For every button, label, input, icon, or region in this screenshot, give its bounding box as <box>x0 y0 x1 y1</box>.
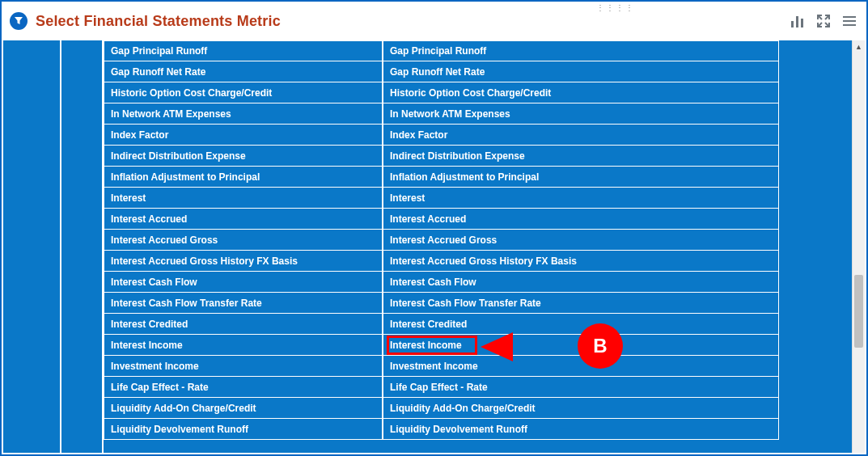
table-row[interactable]: Interest Accrued <box>383 209 779 230</box>
metric-cell: Gap Principal Runoff <box>111 45 207 57</box>
leaf-cell: Interest Accrued <box>390 213 466 225</box>
table-row[interactable]: Interest Accrued Gross <box>383 230 779 251</box>
leaf-cell: Index Factor <box>390 129 447 141</box>
table-row[interactable]: In Network ATM Expenses <box>104 103 383 125</box>
table-row[interactable]: Interest Accrued Gross <box>104 230 383 251</box>
leaf-cell: Liquidity Devolvement Runoff <box>390 424 527 435</box>
svg-rect-1 <box>796 16 798 27</box>
svg-rect-0 <box>791 21 794 27</box>
table-row[interactable]: Inflation Adjustment to Principal <box>104 167 383 188</box>
page-title: Select Financial Statements Metric <box>36 13 281 30</box>
metric-table: Gap Principal Runoff Gap Runoff Net Rate… <box>104 40 850 453</box>
table-row[interactable]: Life Cap Effect - Rate <box>104 377 383 398</box>
leaf-cell: In Network ATM Expenses <box>390 108 510 120</box>
metric-cell: Gap Runoff Net Rate <box>111 66 205 78</box>
svg-rect-2 <box>801 19 803 27</box>
leaf-cell: Investment Income <box>390 361 478 372</box>
leaf-cell: Inflation Adjustment to Principal <box>390 171 539 183</box>
metric-cell: Interest Accrued Gross <box>111 234 218 246</box>
table-row[interactable]: Interest Cash Flow <box>383 272 779 293</box>
table-row[interactable]: Index Factor <box>383 125 779 146</box>
leaf-cell: Interest Cash Flow Transfer Rate <box>390 298 541 309</box>
svg-rect-4 <box>843 20 856 22</box>
leaf-cell: Interest Income <box>390 340 462 351</box>
tree-gutter-2 <box>61 40 102 453</box>
chart-icon[interactable] <box>789 12 807 30</box>
table-row[interactable]: Gap Runoff Net Rate <box>104 61 383 82</box>
menu-icon[interactable] <box>840 12 858 30</box>
table-row[interactable]: Historic Option Cost Charge/Credit <box>383 82 779 103</box>
metric-cell: Interest Accrued Gross History FX Basis <box>111 255 298 267</box>
scroll-thumb[interactable] <box>854 275 863 348</box>
leaf-cell: Liquidity Add-On Charge/Credit <box>390 403 536 414</box>
metric-cell: Inflation Adjustment to Principal <box>111 171 260 183</box>
leaf-cell: Interest <box>390 192 425 204</box>
callout-arrow-icon <box>481 327 586 366</box>
table-row[interactable]: Historic Option Cost Charge/Credit <box>104 82 383 103</box>
table-row[interactable]: Liquidity Devolvement Runoff <box>104 419 383 440</box>
metric-cell: Liquidity Add-On Charge/Credit <box>111 403 256 414</box>
table-row[interactable]: Interest Accrued Gross History FX Basis <box>104 251 383 272</box>
table-row[interactable]: Gap Principal Runoff <box>104 40 383 61</box>
table-row[interactable]: Interest Cash Flow Transfer Rate <box>104 293 383 314</box>
table-row[interactable]: Gap Principal Runoff <box>383 40 779 61</box>
leaf-cell: Interest Credited <box>390 319 467 330</box>
table-row[interactable]: Interest Accrued <box>104 209 383 230</box>
scrollbar[interactable]: ▲ <box>852 40 865 453</box>
leaf-cell: Historic Option Cost Charge/Credit <box>390 87 551 99</box>
drag-dots-icon: ⋮⋮⋮⋮ <box>596 3 635 12</box>
metric-cell: Interest Cash Flow Transfer Rate <box>111 298 262 309</box>
leaf-cell: Interest Accrued Gross <box>390 234 497 246</box>
metric-cell: Index Factor <box>111 129 168 141</box>
scroll-up-icon[interactable]: ▲ <box>853 40 865 53</box>
metric-cell: Interest Accrued <box>111 213 187 225</box>
callout-label: B <box>593 335 607 357</box>
content-body: Gap Principal Runoff Gap Runoff Net Rate… <box>3 40 865 453</box>
expand-icon[interactable] <box>815 12 832 30</box>
metric-cell: In Network ATM Expenses <box>111 108 231 120</box>
table-row[interactable]: Interest <box>383 188 779 209</box>
table-row[interactable]: Interest Income <box>104 335 383 356</box>
tree-gutter-1 <box>3 40 60 453</box>
table-row[interactable]: Interest Cash Flow Transfer Rate <box>383 293 779 314</box>
app-frame: Select Financial Statements Metric ⋮⋮⋮⋮ … <box>0 0 868 456</box>
table-row[interactable]: Liquidity Add-On Charge/Credit <box>104 398 383 419</box>
drag-handle[interactable]: ⋮⋮⋮⋮ <box>381 2 850 13</box>
metric-cell: Interest Cash Flow <box>111 277 197 288</box>
svg-rect-5 <box>843 24 856 26</box>
table-row[interactable]: Life Cap Effect - Rate <box>383 377 779 398</box>
metric-cell: Historic Option Cost Charge/Credit <box>111 87 272 99</box>
table-row[interactable]: Indirect Distribution Expense <box>104 146 383 167</box>
table-row[interactable]: Liquidity Devolvement Runoff <box>383 419 779 440</box>
metric-column-left: Gap Principal Runoff Gap Runoff Net Rate… <box>104 40 383 440</box>
leaf-cell: Gap Runoff Net Rate <box>390 66 485 78</box>
table-row[interactable]: In Network ATM Expenses <box>383 103 779 125</box>
table-row[interactable]: Interest Accrued Gross History FX Basis <box>383 251 779 272</box>
table-row[interactable]: Interest Credited <box>104 314 383 335</box>
leaf-cell: Gap Principal Runoff <box>390 45 486 57</box>
table-row[interactable]: Liquidity Add-On Charge/Credit <box>383 398 779 419</box>
svg-rect-3 <box>843 16 856 18</box>
metric-cell: Interest <box>111 192 146 204</box>
metric-cell: Interest Income <box>111 340 183 351</box>
leaf-cell: Interest Cash Flow <box>390 277 476 288</box>
metric-cell: Investment Income <box>111 361 199 372</box>
metric-cell: Indirect Distribution Expense <box>111 150 246 162</box>
filter-icon[interactable] <box>10 12 28 30</box>
table-row[interactable]: Index Factor <box>104 125 383 146</box>
table-row[interactable]: Interest Cash Flow <box>104 272 383 293</box>
table-row[interactable]: Inflation Adjustment to Principal <box>383 167 779 188</box>
metric-cell: Liquidity Devolvement Runoff <box>111 424 248 435</box>
metric-cell: Interest Credited <box>111 319 188 330</box>
leaf-cell: Life Cap Effect - Rate <box>390 382 488 393</box>
leaf-cell: Indirect Distribution Expense <box>390 150 525 162</box>
metric-cell: Life Cap Effect - Rate <box>111 382 209 393</box>
table-row[interactable]: Interest <box>104 188 383 209</box>
leaf-cell: Interest Accrued Gross History FX Basis <box>390 255 577 267</box>
table-row[interactable]: Indirect Distribution Expense <box>383 146 779 167</box>
callout-badge: B <box>578 323 623 369</box>
table-row[interactable]: Investment Income <box>104 356 383 377</box>
metric-column-right: Gap Principal Runoff Gap Runoff Net Rate… <box>383 40 779 440</box>
table-row[interactable]: Gap Runoff Net Rate <box>383 61 779 82</box>
